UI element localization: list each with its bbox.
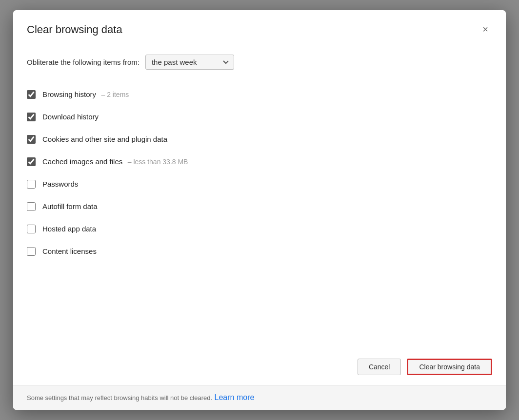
checkbox-item-cookies: Cookies and other site and plugin data [27, 128, 492, 151]
dialog-title: Clear browsing data [27, 23, 122, 36]
checkbox-item-hosted-app: Hosted app data [27, 218, 492, 240]
browsing-history-checkbox[interactable] [27, 90, 36, 99]
download-history-checkbox[interactable] [27, 113, 36, 121]
checkbox-item-download-history: Download history [27, 106, 492, 128]
checkbox-item-autofill: Autofill form data [27, 195, 492, 218]
hosted-app-label[interactable]: Hosted app data [42, 225, 96, 233]
autofill-checkbox[interactable] [27, 202, 36, 211]
cached-images-label[interactable]: Cached images and files – less than 33.8… [42, 157, 188, 166]
checkbox-item-cached-images: Cached images and files – less than 33.8… [27, 151, 492, 173]
learn-more-link[interactable]: Learn more [215, 393, 255, 401]
checkbox-item-content-licenses: Content licenses [27, 240, 492, 263]
cookies-label[interactable]: Cookies and other site and plugin data [42, 135, 167, 144]
obliterate-row: Obliterate the following items from: the… [27, 55, 492, 70]
dialog-body: Obliterate the following items from: the… [13, 45, 506, 351]
close-button[interactable]: × [479, 22, 492, 37]
download-history-label[interactable]: Download history [42, 113, 99, 121]
dialog-actions: Cancel Clear browsing data [13, 351, 506, 385]
checkbox-item-browsing-history: Browsing history – 2 items [27, 83, 492, 106]
clear-browsing-data-dialog: Clear browsing data × Obliterate the fol… [13, 10, 506, 410]
cached-images-checkbox[interactable] [27, 157, 36, 166]
checkbox-item-passwords: Passwords [27, 173, 492, 195]
browsing-history-label[interactable]: Browsing history – 2 items [42, 90, 129, 99]
passwords-label[interactable]: Passwords [42, 180, 78, 189]
dialog-header: Clear browsing data × [13, 10, 506, 45]
hosted-app-checkbox[interactable] [27, 225, 36, 233]
passwords-checkbox[interactable] [27, 180, 36, 189]
time-range-select[interactable]: the past hour the past day the past week… [145, 55, 234, 70]
autofill-label[interactable]: Autofill form data [42, 202, 98, 211]
clear-browsing-data-button[interactable]: Clear browsing data [407, 359, 492, 375]
checkbox-list: Browsing history – 2 items Download hist… [27, 83, 492, 263]
cancel-button[interactable]: Cancel [358, 359, 401, 375]
obliterate-label: Obliterate the following items from: [27, 58, 140, 66]
content-licenses-label[interactable]: Content licenses [42, 247, 97, 256]
content-licenses-checkbox[interactable] [27, 247, 36, 256]
cookies-checkbox[interactable] [27, 135, 36, 144]
footer-text: Some settings that may reflect browsing … [27, 394, 212, 401]
dialog-footer: Some settings that may reflect browsing … [13, 385, 506, 410]
